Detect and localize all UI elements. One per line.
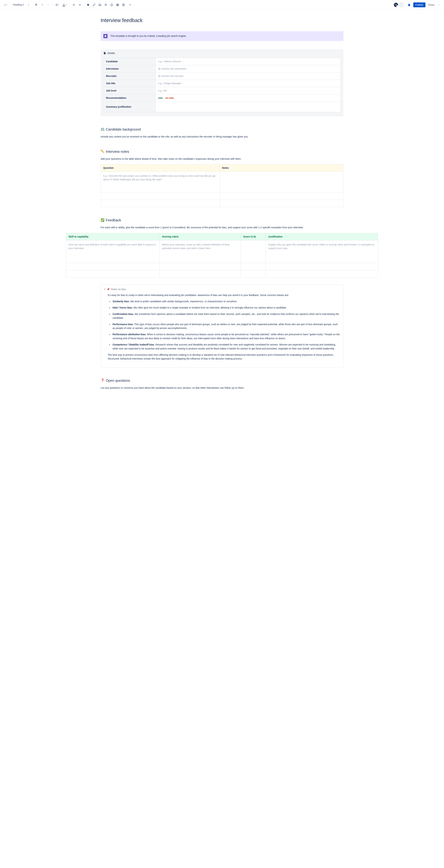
page-content: Interview feedback This template is brou… <box>90 10 354 466</box>
text-color-button[interactable]: A▾ <box>61 2 68 8</box>
emoji-icon: ✏️ <box>101 149 104 154</box>
detail-value[interactable]: @ mention the recruiter <box>156 72 340 80</box>
table-cell[interactable] <box>241 263 266 270</box>
section-text[interactable]: Add your questions to the table below ah… <box>101 157 343 161</box>
svg-point-17 <box>112 4 112 5</box>
details-panel: Details Candidatee.g., Helena Johnson In… <box>101 49 343 116</box>
list-item: Similarity bias. We tend to prefer candi… <box>112 300 340 303</box>
interview-notes-table[interactable]: QuestionNotes e.g., Describe the last pr… <box>101 164 343 207</box>
emoji-button[interactable] <box>109 2 114 8</box>
svg-rect-12 <box>87 4 89 6</box>
svg-point-16 <box>111 4 111 5</box>
separator <box>69 3 70 7</box>
list-item: Performance bias. This type of bias occu… <box>112 322 340 330</box>
details-table[interactable]: Candidatee.g., Helena Johnson Interviewe… <box>103 58 341 112</box>
bold-button[interactable]: B <box>33 2 39 8</box>
callout-text: This template is brought to you by Indee… <box>110 34 186 38</box>
summary-value[interactable] <box>156 101 340 112</box>
detail-label: Job title <box>104 80 156 87</box>
bias-list: Similarity bias. We tend to prefer candi… <box>108 300 340 350</box>
section-text[interactable]: List any questions or concerns you have … <box>101 386 343 390</box>
detail-value[interactable]: e.g., M4 <box>156 87 340 94</box>
bias-expand-panel: ▾ 📌 Notes on bias It's easy for bias to … <box>101 284 343 368</box>
section-text[interactable]: For each skill or ability, give the cand… <box>101 225 343 229</box>
info-callout: This template is brought to you by Indee… <box>101 31 343 41</box>
bias-intro: It's easy for bias to creep in when we'r… <box>108 293 340 297</box>
svg-point-2 <box>73 5 73 5</box>
table-cell[interactable] <box>101 200 220 207</box>
list-item: Performance attribution bias. When it co… <box>112 333 340 340</box>
detail-value[interactable]: @ mention the interviewer <box>156 65 340 72</box>
chevron-down-icon: ▾ <box>104 288 105 291</box>
svg-point-15 <box>111 4 113 6</box>
table-header: Justification <box>266 233 378 240</box>
image-button[interactable] <box>97 2 103 8</box>
separator <box>52 3 53 7</box>
table-cell[interactable]: Give the name and definition of each ski… <box>66 240 160 263</box>
list-item: Halo / horns bias. We often give too muc… <box>112 306 340 310</box>
section-heading[interactable]: 📇Candidate background <box>101 127 343 132</box>
mention-button[interactable]: @ <box>103 2 109 8</box>
bullet-list-button[interactable] <box>71 2 76 8</box>
svg-text:3: 3 <box>78 5 79 6</box>
restrictions-button[interactable] <box>406 2 412 8</box>
heading-style-select[interactable]: Heading 2▾ <box>11 2 30 7</box>
recommendation-value[interactable]: HIRE/NO HIRE <box>156 94 340 101</box>
detail-label: Job level <box>104 87 156 94</box>
action-item-button[interactable] <box>85 2 91 8</box>
table-cell[interactable]: e.g., Describe the last project you work… <box>101 172 220 192</box>
italic-button[interactable]: I <box>39 2 45 8</box>
table-button[interactable] <box>115 2 121 8</box>
table-cell[interactable] <box>160 263 241 270</box>
section-text[interactable]: Include any context you've received on t… <box>101 135 343 138</box>
detail-value[interactable]: e.g., Design Manager <box>156 80 340 87</box>
list-item: Competence / likability tradeoff bias. R… <box>112 343 340 350</box>
layout-button[interactable] <box>121 2 126 8</box>
table-cell[interactable] <box>266 270 378 277</box>
more-format-button[interactable]: ··· <box>45 2 51 8</box>
detail-label: Recommendation <box>104 94 156 101</box>
table-cell[interactable] <box>66 270 160 277</box>
more-menu-button[interactable]: ··· <box>437 2 441 7</box>
bias-outro: The best way to prevent unconscious bias… <box>108 353 340 361</box>
table-cell[interactable] <box>219 200 343 207</box>
detail-label: Recruiter <box>104 72 156 80</box>
table-cell[interactable] <box>101 192 220 200</box>
align-button[interactable]: ▾ <box>54 2 61 8</box>
section-heading[interactable]: ✅Feedback <box>101 218 343 223</box>
expand-toggle[interactable]: ▾ 📌 Notes on bias <box>104 287 340 291</box>
chevron-down-icon: ▾ <box>28 3 29 6</box>
table-cell[interactable] <box>266 263 378 270</box>
svg-rect-24 <box>124 4 124 6</box>
table-cell[interactable] <box>241 240 266 263</box>
detail-value[interactable]: e.g., Helena Johnson <box>156 58 340 65</box>
user-avatar[interactable]: CK <box>394 3 398 7</box>
link-button[interactable] <box>91 2 97 8</box>
add-person-button[interactable]: + <box>400 3 404 7</box>
file-icon <box>103 52 106 55</box>
table-cell[interactable] <box>241 270 266 277</box>
section-heading[interactable]: ✏️Interview notes <box>101 149 343 154</box>
table-cell[interactable] <box>160 270 241 277</box>
detail-label: Interviewer <box>104 65 156 72</box>
table-cell[interactable]: Explain why you gave the candidate this … <box>266 240 378 263</box>
svg-point-0 <box>73 4 73 4</box>
table-header: Scoring rubric <box>160 233 241 240</box>
table-cell[interactable]: Before your interview, come up with a sh… <box>160 240 241 263</box>
table-cell[interactable] <box>219 172 343 192</box>
expand-content[interactable]: It's easy for bias to creep in when we'r… <box>104 293 340 361</box>
page-title[interactable]: Interview feedback <box>101 17 343 24</box>
numbered-list-button[interactable]: 123 <box>77 2 82 8</box>
svg-rect-18 <box>116 4 118 6</box>
table-cell[interactable] <box>219 192 343 200</box>
pin-icon: 📌 <box>107 287 110 291</box>
close-button[interactable]: Close <box>427 2 436 7</box>
editor-toolbar: Heading 2▾ B I ··· ▾ A▾ 123 @ +▾ CK + Pu… <box>0 0 444 10</box>
feedback-table[interactable]: Skill or capability Scoring rubric Score… <box>66 233 378 278</box>
insert-button[interactable]: +▾ <box>127 2 134 8</box>
svg-rect-23 <box>123 4 123 6</box>
section-heading[interactable]: ❓Open questions <box>101 378 343 383</box>
table-header: Skill or capability <box>66 233 160 240</box>
publish-button[interactable]: Publish <box>413 2 425 7</box>
table-cell[interactable] <box>66 263 160 270</box>
